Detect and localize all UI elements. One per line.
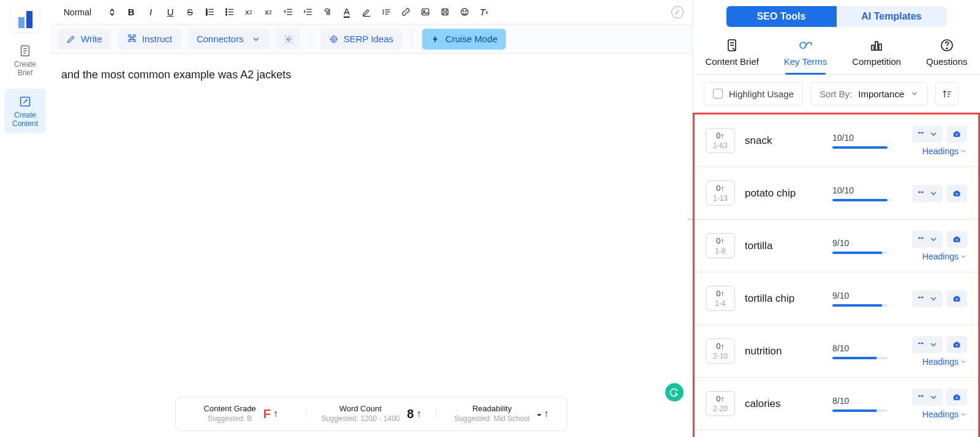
camera-icon (952, 129, 962, 139)
highlight-usage-toggle[interactable]: Highlight Usage (704, 82, 803, 105)
serp-ideas-button[interactable]: SERP Ideas (320, 29, 402, 50)
term-headings-link[interactable]: Headings (922, 409, 967, 419)
term-camera-button[interactable] (946, 125, 967, 143)
svg-point-11 (225, 9, 227, 10)
cruise-mode-button[interactable]: Cruise Mode (422, 29, 506, 50)
save-icon (440, 7, 450, 17)
content-grade-sub: Suggested: B (204, 414, 256, 424)
term-name: tortilla chip (745, 293, 826, 305)
command-icon: ⌘ (127, 32, 137, 45)
filter-row: Highlight Usage Sort By: Importance (693, 75, 980, 113)
chevron-down-icon (929, 129, 938, 139)
term-quote-dropdown[interactable] (912, 125, 943, 143)
text-color-button[interactable]: A (339, 4, 355, 20)
seo-tools-tab[interactable]: SEO Tools (726, 6, 837, 27)
logo[interactable] (11, 4, 39, 32)
chevron-down-icon (960, 358, 967, 365)
indent-button[interactable] (300, 4, 315, 20)
subscript-button[interactable]: x2 (241, 4, 257, 20)
term-range: 1-4 (706, 299, 734, 308)
term-count-box[interactable]: 0↑ 1-63 (706, 128, 735, 154)
superscript-button[interactable]: x2 (260, 4, 276, 20)
create-content-button[interactable]: Create Content (4, 89, 46, 133)
term-headings-link[interactable]: Headings (922, 357, 967, 367)
term-camera-button[interactable] (946, 231, 967, 248)
content-grade-cell[interactable]: Content Grade Suggested: B F↑ (176, 404, 306, 423)
term-headings-link[interactable]: Headings (922, 252, 967, 261)
term-camera-button[interactable] (946, 389, 967, 406)
term-count-box[interactable]: 0↑ 1-13 (706, 181, 735, 206)
readability-sub: Suggested: Mid School (454, 414, 530, 424)
paragraph-direction-button[interactable] (319, 4, 335, 20)
emoji-button[interactable] (456, 4, 472, 20)
status-check-icon[interactable]: ✓ (671, 6, 684, 18)
term-count-box[interactable]: 0↑ 1-8 (706, 233, 735, 259)
readability-cell[interactable]: Readability Suggested: Mid School -↑ (436, 404, 567, 423)
right-panel: SEO Tools AI Templates Content Brief Key… (692, 0, 980, 437)
ai-templates-tab[interactable]: AI Templates (837, 6, 947, 27)
paragraph-style-dropdown[interactable]: Normal (59, 4, 119, 21)
bold-button[interactable]: B (123, 4, 139, 20)
document-icon (18, 44, 32, 58)
svg-point-35 (466, 10, 466, 11)
strikethrough-button[interactable]: S (182, 4, 198, 20)
highlight-color-button[interactable] (358, 4, 374, 20)
term-headings-link[interactable]: Headings (922, 146, 967, 156)
create-brief-button[interactable]: Create Brief (4, 38, 46, 83)
underline-button[interactable]: U (162, 4, 178, 20)
svg-point-59 (956, 193, 958, 195)
term-score-text: 8/10 (832, 396, 894, 406)
term-score-bar (832, 304, 888, 307)
term-quote-dropdown[interactable] (912, 389, 943, 406)
term-quote-dropdown[interactable] (912, 231, 943, 248)
term-quote-dropdown[interactable] (912, 290, 943, 307)
camera-icon (952, 340, 962, 349)
term-quote-dropdown[interactable] (912, 185, 943, 202)
term-camera-button[interactable] (946, 290, 967, 307)
ordered-list-button[interactable]: 123 (202, 4, 217, 20)
chevron-down-icon (960, 411, 967, 418)
editor-area[interactable]: and the most common example was A2 jacke… (50, 54, 692, 437)
create-brief-label: Create Brief (7, 60, 43, 78)
word-count-sub: Suggested: 1200 - 1400 (321, 414, 399, 424)
term-range: 2-10 (706, 352, 734, 360)
italic-button[interactable]: I (143, 4, 159, 20)
term-actions (900, 185, 967, 202)
tab-content-brief[interactable]: Content Brief (701, 32, 763, 74)
term-actions: Headings (900, 231, 967, 261)
editor-content[interactable]: and the most common example was A2 jacke… (61, 69, 681, 81)
tab-questions[interactable]: Questions (922, 32, 971, 74)
term-count-box[interactable]: 0↑ 2-20 (706, 391, 735, 417)
term-camera-button[interactable] (946, 185, 967, 202)
serp-ideas-label: SERP Ideas (344, 34, 393, 44)
instruct-button[interactable]: ⌘ Instruct (118, 29, 181, 50)
blockquote-button[interactable] (378, 4, 394, 20)
term-quote-dropdown[interactable] (912, 336, 943, 353)
clear-formatting-button[interactable]: Tx (476, 4, 492, 20)
camera-icon (952, 392, 962, 402)
term-count-box[interactable]: 0↑ 2-10 (706, 338, 735, 364)
svg-text:3: 3 (206, 13, 208, 16)
write-button[interactable]: Write (58, 29, 111, 50)
quote-icon (916, 392, 926, 402)
headings-label: Headings (922, 409, 959, 419)
grammarly-icon[interactable] (665, 383, 684, 402)
connectors-dropdown[interactable]: Connectors (188, 29, 270, 50)
term-row: 0↑ 1-4 tortilla chip 9/10 (695, 272, 978, 325)
sort-by-dropdown[interactable]: Sort By: Importance (810, 82, 928, 105)
term-camera-button[interactable] (946, 336, 967, 353)
link-button[interactable] (398, 4, 413, 20)
word-count-cell[interactable]: Word Count Suggested: 1200 - 1400 8↑ (306, 404, 437, 423)
pencil-icon (66, 34, 76, 44)
tab-key-terms[interactable]: Key Terms (780, 32, 831, 74)
sort-direction-button[interactable] (935, 82, 959, 105)
image-button[interactable] (417, 4, 433, 20)
term-count-box[interactable]: 0↑ 1-4 (706, 286, 735, 312)
indent-icon (303, 7, 313, 17)
save-button[interactable] (437, 4, 453, 20)
settings-button[interactable] (277, 29, 300, 50)
unordered-list-button[interactable] (221, 4, 237, 20)
tab-competition[interactable]: Competition (848, 32, 905, 74)
term-score: 10/10 (832, 133, 894, 149)
outdent-button[interactable] (280, 4, 296, 20)
